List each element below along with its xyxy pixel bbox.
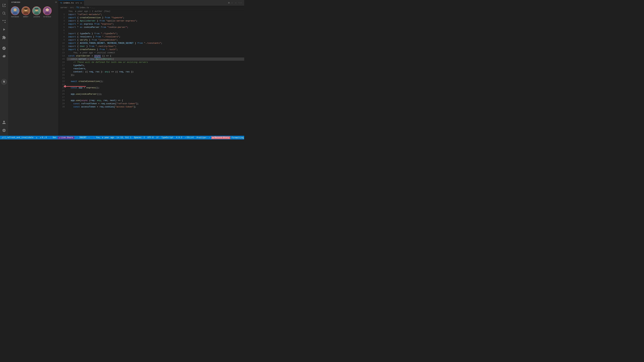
activity-explorer[interactable]	[0, 1, 8, 9]
status-git-info[interactable]: 👤 You, a year ago	[92, 136, 116, 139]
breadcrumb-file[interactable]: index.ts	[80, 6, 89, 9]
go-forward-icon[interactable]: →	[234, 1, 237, 5]
ln-25: 25	[58, 89, 67, 92]
code-line-4: import * as express from "express";	[67, 22, 244, 26]
avatar-img-jasond	[32, 7, 40, 15]
code-line-27	[67, 96, 244, 99]
status-branch[interactable]: ⎇ 2_refresh_and_invalidate	[0, 136, 35, 139]
encoding-label: UTF-8	[148, 136, 154, 139]
code-line-22: await createConnection();	[67, 80, 244, 83]
ln-2: 2	[58, 16, 67, 19]
status-eslint[interactable]: ✓ ESLint	[184, 136, 195, 139]
status-left: ⎇ 2_refresh_and_invalidate ↻ ✕ 0 ⚠ 0 👤 B…	[0, 136, 74, 139]
activity-settings[interactable]	[0, 126, 8, 134]
ln-11: 11	[58, 45, 67, 48]
git-info-text: You, a year ago	[96, 136, 114, 139]
avatar-item-jasond[interactable]: jasond	[32, 6, 41, 18]
status-ts-version[interactable]: 4.0.3	[175, 136, 184, 139]
code-editor[interactable]: 1 2 3 4 5 6 7 8 9 10 11 12 13 14 15 16 1	[58, 13, 244, 136]
code-content[interactable]: import "reflect-metadata"; import { crea…	[67, 13, 244, 136]
ln-15: 15	[58, 57, 67, 61]
status-record-story[interactable]: ▶ Record Story	[211, 136, 230, 139]
status-language[interactable]: TypeScript	[160, 136, 175, 139]
live-share-icon: ↗	[59, 136, 60, 139]
code-line-20: });	[67, 73, 244, 77]
ln-13: 13	[58, 51, 67, 54]
ln-14: 14	[58, 54, 67, 57]
top-right-icons: ⊞ ← → ···	[228, 0, 244, 6]
ln-28: 28	[58, 99, 67, 102]
activity-docker[interactable]	[0, 52, 8, 60]
user-name: Ben	[53, 136, 56, 139]
code-line-15: const server = new ApolloServer({	[67, 57, 244, 61]
record-label: Record Story	[214, 136, 229, 139]
activity-search[interactable]	[0, 9, 8, 17]
code-line-16: // These will be defined for both new or…	[67, 61, 244, 64]
activity-bar: S	[0, 0, 8, 136]
code-line-17: typeDefs,	[67, 64, 244, 67]
tab-close-button[interactable]: ✕	[80, 1, 82, 4]
activity-remote[interactable]	[0, 44, 8, 52]
cursor-position: Ln 13, Col 1	[117, 136, 131, 139]
svg-point-15	[46, 8, 49, 11]
code-line-21	[67, 77, 244, 80]
activity-stories[interactable]: S	[1, 79, 7, 85]
refresh-button[interactable]: ⟳	[55, 1, 57, 4]
status-errors[interactable]: ✕ 0 ⚠ 0	[38, 136, 48, 139]
breadcrumb-src[interactable]: src	[70, 6, 74, 9]
status-mode: -- INSERT --	[74, 136, 92, 139]
activity-git[interactable]	[0, 17, 8, 25]
svg-point-9	[24, 8, 28, 10]
status-spaces[interactable]: Spaces: 2	[133, 136, 146, 139]
code-line-28: app.use(async (req: any, res, next) => {	[67, 99, 244, 102]
ln-4: 4	[58, 22, 67, 26]
tab-index-ts[interactable]: TS index.ts src ✕	[58, 0, 84, 6]
status-user[interactable]: 👤 Ben	[48, 136, 58, 139]
status-prettier[interactable]: Prettier: ✓	[195, 136, 211, 139]
mode-label: -- INSERT --	[76, 136, 90, 139]
status-live-share[interactable]: ↗ Live Share	[58, 136, 74, 139]
error-count: 0	[42, 136, 43, 139]
status-right: -- INSERT -- 👤 You, a year ago Ln 13, Co…	[74, 136, 244, 139]
status-formatting[interactable]: Formatting: ✓	[230, 136, 244, 139]
avatar-circle-benawad	[11, 6, 20, 15]
ln-18: 18	[58, 67, 67, 70]
activity-account[interactable]	[0, 118, 8, 126]
code-line-13: You, a year ago • initial commit	[67, 51, 244, 54]
more-actions-icon[interactable]: ···	[238, 1, 243, 5]
spaces-label: Spaces: 2	[134, 136, 145, 139]
code-line-29: const refreshToken = req.cookies["refres…	[67, 102, 244, 105]
tab-bar: TS index.ts src ✕ ⊞ ← → ···	[58, 0, 244, 6]
line-numbers: 1 2 3 4 5 6 7 8 9 10 11 12 13 14 15 16 1	[58, 13, 67, 136]
avatar-name-benawad: benawad	[11, 16, 19, 18]
activity-extensions[interactable]	[0, 33, 8, 41]
split-editor-icon[interactable]: ⊞	[228, 1, 230, 5]
avatar-item-benawad[interactable]: benawad	[11, 6, 20, 18]
prettier-label: Prettier: ✓	[196, 136, 210, 139]
code-line-3: import { ApolloServer } from "apollo-ser…	[67, 19, 244, 22]
status-bar: ⎇ 2_refresh_and_invalidate ↻ ✕ 0 ⚠ 0 👤 B…	[0, 136, 244, 139]
ln-10: 10	[58, 41, 67, 45]
status-cursor[interactable]: Ln 13, Col 1	[116, 136, 132, 139]
code-line-8: import { resolvers } from "./resolvers";	[67, 35, 244, 38]
go-back-icon[interactable]: ←	[231, 1, 234, 5]
avatar-item-amber[interactable]: amber	[22, 6, 30, 18]
code-line-1: import "reflect-metadata";	[67, 13, 244, 16]
ln-20: 20	[58, 73, 67, 77]
breadcrumb-more[interactable]: ...	[92, 6, 95, 9]
branch-name: 2_refresh_and_invalidate	[4, 136, 33, 139]
tab-path: src	[76, 2, 79, 4]
status-line-ending[interactable]: LF	[155, 136, 160, 139]
breadcrumb-server[interactable]: server	[60, 6, 68, 9]
status-encoding[interactable]: UTF-8	[146, 136, 155, 139]
avatar-circle-amber	[22, 6, 30, 15]
app-container: S STORIES ⟳	[0, 0, 244, 136]
status-sync[interactable]: ↻	[35, 136, 38, 139]
blame-bar: You, a year ago | 1 author (You)	[58, 10, 244, 13]
svg-point-2	[4, 20, 6, 21]
sidebar: STORIES ⟳ benawad	[8, 0, 58, 136]
avatar-name-jasond: jasond	[33, 16, 40, 18]
code-line-11: import { User } from "./entity/User";	[67, 45, 244, 48]
avatar-item-brandie[interactable]: brandie	[43, 6, 52, 18]
activity-run[interactable]	[0, 25, 8, 33]
